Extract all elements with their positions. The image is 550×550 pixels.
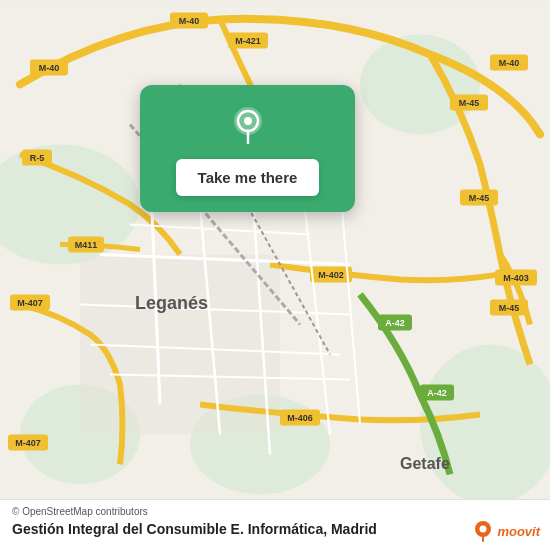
svg-text:M411: M411 <box>75 240 98 250</box>
map-pin-icon <box>226 103 270 147</box>
location-name: Gestión Integral del Consumible E. Infor… <box>12 520 538 538</box>
info-bar: © OpenStreetMap contributors Gestión Int… <box>0 499 550 550</box>
map-area: M-40 M-40 M-40 M-421 R-5 M-45 M-45 M-45 <box>0 0 550 499</box>
svg-text:M-40: M-40 <box>499 58 520 68</box>
moovit-logo: moovit <box>472 520 540 542</box>
svg-text:M-402: M-402 <box>318 270 344 280</box>
svg-point-57 <box>480 526 487 533</box>
map-svg: M-40 M-40 M-40 M-421 R-5 M-45 M-45 M-45 <box>0 0 550 499</box>
svg-text:M-40: M-40 <box>179 16 200 26</box>
svg-text:M-45: M-45 <box>499 303 520 313</box>
svg-text:M-40: M-40 <box>39 63 60 73</box>
svg-text:M-45: M-45 <box>459 98 480 108</box>
svg-text:M-45: M-45 <box>469 193 490 203</box>
svg-text:M-421: M-421 <box>235 36 261 46</box>
moovit-text: moovit <box>497 524 540 539</box>
location-address: Gestión Integral del Consumible E. Infor… <box>12 521 327 537</box>
svg-text:Leganés: Leganés <box>135 293 208 313</box>
svg-text:A-42: A-42 <box>385 318 405 328</box>
app-container: M-40 M-40 M-40 M-421 R-5 M-45 M-45 M-45 <box>0 0 550 550</box>
take-me-there-button[interactable]: Take me there <box>176 159 320 196</box>
moovit-icon <box>472 520 494 542</box>
svg-text:M-407: M-407 <box>15 438 41 448</box>
svg-text:Getafe: Getafe <box>400 455 450 472</box>
location-city: Madrid <box>331 521 377 537</box>
svg-text:A-42: A-42 <box>427 388 447 398</box>
svg-point-55 <box>244 117 252 125</box>
copyright-text: © OpenStreetMap contributors <box>12 506 538 517</box>
svg-text:M-403: M-403 <box>503 273 529 283</box>
svg-text:R-5: R-5 <box>30 153 45 163</box>
svg-text:M-406: M-406 <box>287 413 313 423</box>
svg-text:M-407: M-407 <box>17 298 43 308</box>
location-card: Take me there <box>140 85 355 212</box>
